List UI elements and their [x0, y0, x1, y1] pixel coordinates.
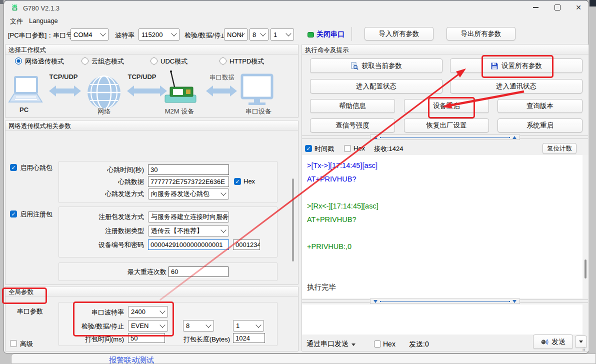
pc-serial-label: [PC串口参数]：串口号 [8, 31, 72, 40]
com-port-select[interactable]: COM4 [70, 28, 108, 40]
enter-config-button[interactable]: 进入配置状态 [310, 79, 442, 94]
enter-comm-button[interactable]: 进入通讯状态 [450, 79, 582, 94]
menu-file[interactable]: 文件 [7, 16, 26, 27]
log-blank-line [307, 226, 582, 240]
log-line: AT+PRIVHUB? [307, 213, 582, 226]
register-enable-checkbox[interactable] [10, 210, 17, 218]
collapse-down-icon [512, 300, 516, 303]
log-blank-line [307, 254, 582, 267]
global-stopbits-value: 1 [236, 322, 240, 330]
radio-net-transparent[interactable] [15, 58, 22, 64]
query-version-button[interactable]: 查询版本 [498, 99, 582, 113]
heartbeat-time-input[interactable]: 30 [148, 164, 229, 175]
signal-strength-button[interactable]: 查信号强度 [310, 118, 395, 132]
stopbits-select[interactable]: 1 [270, 28, 294, 40]
splitter-handle[interactable] [370, 134, 520, 140]
global-databits-select[interactable]: 8 [183, 320, 214, 332]
system-restart-button[interactable]: 系统重启 [498, 118, 582, 132]
close-port-button[interactable]: 关闭串口 [316, 30, 344, 39]
network-label: 网络 [89, 107, 119, 116]
help-info-button[interactable]: 帮助信息 [310, 99, 395, 113]
chevron-down-icon [206, 322, 211, 328]
log-line: >[Tx->][17:14:45][asc] [307, 159, 582, 172]
global-stopbits-select[interactable]: 1 [233, 320, 264, 332]
timestamp-checkbox[interactable] [305, 145, 312, 152]
pack-len-label: 打包长度(Bytes) [165, 335, 230, 344]
splitter-dots [380, 301, 510, 302]
send-options-dropdown[interactable] [575, 336, 587, 348]
minimize-icon [533, 7, 538, 8]
com-port-value: COM4 [74, 31, 92, 38]
splitter-handle[interactable] [370, 298, 520, 304]
chevron-down-icon [260, 30, 266, 36]
log-output-area[interactable]: >[Tx->][17:14:45][asc] AT+PRIVHUB? >[Rx<… [302, 155, 582, 298]
parity-select[interactable]: NONI [224, 28, 248, 40]
log-hex-checkbox[interactable] [344, 145, 351, 152]
pack-len-input[interactable]: 1024 [233, 333, 265, 343]
link1-label: TCP/UDP [46, 73, 81, 80]
radio-httpd-label: HTTPD模式 [230, 57, 264, 66]
window-title: G780 V2.1.3 [23, 4, 60, 12]
alarm-link[interactable]: 报警联动测试 [109, 356, 154, 364]
chevron-down-icon [286, 30, 291, 36]
desktop-dark-corner [590, 0, 596, 6]
register-type-value: 透传云【不推荐】 [151, 226, 203, 236]
databits-select[interactable]: 8 [250, 28, 268, 40]
register-enable-label: 启用注册包 [20, 210, 52, 219]
send-input-area[interactable] [302, 304, 582, 334]
send-via-caret-icon [352, 344, 356, 346]
global-params-title: 全局参数 [6, 286, 298, 296]
log-scrollbar-thumb[interactable] [584, 260, 586, 278]
menu-language[interactable]: Language [26, 16, 61, 26]
timestamp-label: 时间戳 [314, 144, 334, 154]
splitter-dots [380, 137, 510, 138]
radio-udc-label: UDC模式 [160, 57, 188, 66]
radio-cloud-scada[interactable] [82, 58, 88, 64]
toolbar-separator [352, 27, 352, 41]
radio-httpd[interactable] [220, 58, 226, 64]
log-hex-label: Hex [354, 144, 365, 152]
maximize-button[interactable] [546, 0, 568, 15]
register-type-select[interactable]: 透传云【不推荐】 [148, 226, 229, 236]
advanced-checkbox[interactable] [10, 340, 17, 347]
background-window-strip [11, 354, 596, 364]
send-hex-checkbox[interactable] [374, 340, 381, 348]
link2-label: TCP/UDP [123, 73, 161, 80]
send-splitter[interactable] [302, 298, 588, 304]
register-mode-value: 与服务器建立连接时向服务 [151, 212, 229, 222]
send-hex-label: Hex [383, 340, 396, 348]
left-scrollbar-thumb[interactable] [292, 178, 294, 262]
minimize-button[interactable] [524, 0, 546, 15]
monitor-icon [242, 75, 272, 105]
send-via-dropdown[interactable]: 通过串口发送 [306, 340, 348, 348]
register-mode-select[interactable]: 与服务器建立连接时向服务 [148, 212, 229, 222]
heartbeat-data-input[interactable]: 7777772E7573722E636E [148, 176, 229, 187]
device-password-input[interactable]: 0001234 [233, 240, 260, 250]
annotation-box-serial-settings [73, 302, 174, 336]
heartbeat-hex-checkbox[interactable] [234, 178, 241, 185]
export-params-button[interactable]: 导出所有参数 [446, 27, 516, 40]
log-splitter[interactable] [302, 134, 588, 140]
reset-count-button[interactable]: 复位计数 [542, 143, 576, 154]
sent-count-label: 发送:0 [409, 340, 429, 349]
heartbeat-enable-checkbox[interactable] [10, 164, 17, 171]
send-button[interactable]: 发送 [533, 334, 573, 349]
factory-reset-button[interactable]: 恢复出厂设置 [404, 118, 489, 132]
resize-grip-icon[interactable]: ⠿ [582, 347, 586, 352]
radio-udc[interactable] [150, 58, 158, 64]
collapse-up-icon [512, 136, 516, 139]
import-params-button[interactable]: 导入所有参数 [364, 27, 434, 40]
get-params-label: 获取当前参数 [362, 62, 402, 70]
chevron-down-icon [220, 190, 226, 196]
m2m-module-icon [165, 70, 196, 102]
close-button[interactable]: ✕ [568, 0, 590, 15]
double-arrow-icon [206, 86, 237, 96]
get-params-button[interactable]: 获取当前参数 [310, 58, 442, 73]
reconnect-input[interactable]: 60 [168, 266, 228, 277]
baud-select[interactable]: 115200 [138, 28, 180, 40]
heartbeat-mode-select[interactable]: 向服务器发送心跳包 [148, 188, 229, 200]
register-mode-label: 注册包发送方式 [65, 212, 144, 222]
device-id-input[interactable]: 00004291000000000001 [148, 240, 229, 250]
speaker-icon [540, 338, 548, 346]
annotation-box-device-restart [428, 97, 475, 118]
